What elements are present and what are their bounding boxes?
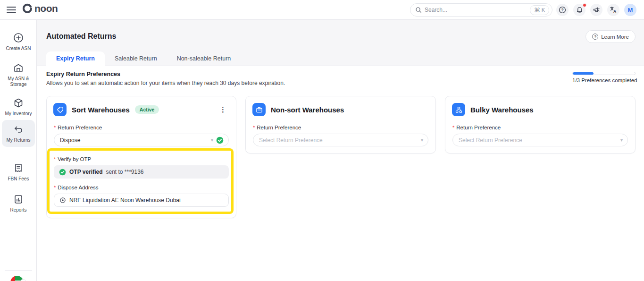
dispose-address-field[interactable]: NRF Liquidation AE Noon Warehouse Dubai bbox=[54, 194, 229, 207]
translate-icon: A bbox=[610, 6, 617, 14]
otp-status-text: OTP verified bbox=[69, 169, 102, 175]
top-bar: noon ⌘K ? bbox=[0, 0, 644, 20]
card-sort-warehouses: Sort Warehouses Active ⋮ * Return Prefer… bbox=[46, 96, 236, 218]
language-button[interactable]: A bbox=[607, 4, 619, 16]
avatar-initial: M bbox=[628, 7, 633, 14]
megaphone-icon bbox=[593, 6, 600, 14]
learn-more-label: Learn More bbox=[601, 34, 629, 40]
search-input[interactable] bbox=[425, 7, 530, 13]
user-avatar[interactable]: M bbox=[624, 4, 636, 16]
return-preference-select[interactable]: Select Return Preference ▾ bbox=[253, 134, 428, 146]
announcements-button[interactable] bbox=[590, 4, 602, 16]
select-value: Dispose bbox=[60, 137, 80, 144]
svg-text:A: A bbox=[613, 9, 616, 14]
tab-expiry-return[interactable]: Expiry Return bbox=[46, 51, 105, 66]
required-asterisk: * bbox=[54, 125, 56, 130]
otp-detail-text: sent to ***9136 bbox=[106, 169, 143, 175]
notifications-button[interactable] bbox=[573, 4, 585, 16]
location-icon bbox=[59, 197, 66, 204]
sidebar-item-label: My ASN & Storage bbox=[3, 76, 34, 87]
sidebar-item-fbn-fees[interactable]: FBN Fees bbox=[2, 159, 35, 186]
briefcase-icon bbox=[252, 103, 266, 116]
required-asterisk: * bbox=[54, 185, 56, 190]
noon-logo[interactable]: noon bbox=[22, 3, 58, 14]
card-title: Non-sort Warehouses bbox=[271, 106, 344, 114]
check-circle-icon bbox=[59, 169, 66, 176]
chevron-right-icon: › bbox=[20, 279, 26, 281]
section-title: Expiry Return Preferences bbox=[46, 71, 120, 77]
help-circle-icon: ? bbox=[592, 34, 598, 40]
card-header: Non-sort Warehouses bbox=[246, 96, 435, 121]
status-badge: Active bbox=[135, 105, 159, 114]
verify-otp-label: * Verify by OTP bbox=[54, 156, 229, 162]
select-placeholder: Select Return Preference bbox=[459, 137, 522, 144]
card-header: Sort Warehouses Active ⋮ bbox=[47, 96, 236, 121]
sidebar-item-create-asn[interactable]: Create ASN bbox=[2, 28, 35, 55]
automated-returns-page: noon ⌘K ? bbox=[0, 0, 644, 281]
sidebar-item-label: Reports bbox=[10, 207, 26, 213]
otp-verified-status: OTP verified sent to ***9136 bbox=[54, 165, 229, 179]
sidebar-item-my-inventory[interactable]: My Inventory bbox=[2, 94, 35, 120]
svg-text:?: ? bbox=[561, 8, 563, 12]
learn-more-button[interactable]: ? Learn More bbox=[585, 30, 636, 43]
cube-icon bbox=[13, 97, 24, 109]
sidebar-item-label: My Inventory bbox=[5, 111, 32, 117]
progress-fill bbox=[573, 72, 594, 75]
return-preference-label: * Return Preference bbox=[452, 125, 628, 130]
card-bulky-warehouses: Bulky Warehouses * Return Preference Sel… bbox=[445, 96, 636, 153]
page-title: Automated Returns bbox=[46, 32, 116, 41]
sidebar-item-label: My Returns bbox=[6, 137, 30, 143]
sidebar-item-my-asn-storage[interactable]: My ASN & Storage bbox=[2, 59, 35, 91]
tab-non-saleable-return[interactable]: Non-saleable Return bbox=[167, 51, 241, 66]
return-preference-select[interactable]: Select Return Preference ▾ bbox=[452, 134, 628, 146]
chevron-down-icon: ▾ bbox=[211, 137, 213, 143]
card-title: Bulky Warehouses bbox=[470, 106, 534, 114]
bell-icon bbox=[576, 7, 583, 14]
dispose-address-value: NRF Liquidation AE Noon Warehouse Dubai bbox=[69, 197, 181, 204]
return-arrow-icon bbox=[13, 124, 24, 135]
progress-label: 1/3 Preferences completed bbox=[572, 77, 636, 83]
notification-dot bbox=[583, 3, 586, 7]
tab-content: Expiry Return Preferences Allows you to … bbox=[37, 67, 644, 281]
dispose-address-label: * Dispose Address bbox=[54, 185, 229, 190]
sidebar-item-my-returns[interactable]: My Returns bbox=[2, 120, 35, 147]
select-placeholder: Select Return Preference bbox=[259, 137, 323, 144]
receipt-icon bbox=[13, 162, 24, 174]
progress-track bbox=[572, 72, 636, 75]
required-asterisk: * bbox=[253, 125, 255, 130]
tab-bar: Expiry Return Saleable Return Non-saleab… bbox=[46, 51, 241, 66]
required-asterisk: * bbox=[54, 156, 56, 162]
chevron-down-icon: ▾ bbox=[421, 137, 423, 143]
help-button[interactable]: ? bbox=[556, 4, 569, 16]
search-bar[interactable]: ⌘K bbox=[410, 3, 552, 17]
country-selector[interactable]: › bbox=[10, 276, 25, 281]
check-circle-icon bbox=[216, 136, 224, 144]
return-preference-label: * Return Preference bbox=[253, 125, 428, 130]
chevron-down-icon: ▾ bbox=[620, 137, 623, 143]
card-title: Sort Warehouses bbox=[72, 106, 130, 114]
tag-icon bbox=[53, 103, 67, 116]
sitemap-icon bbox=[452, 103, 465, 116]
section-description: Allows you to set an automatic action fo… bbox=[46, 80, 285, 86]
hamburger-menu-icon[interactable] bbox=[7, 5, 16, 15]
sidebar-item-label: Create ASN bbox=[6, 46, 31, 51]
tab-saleable-return[interactable]: Saleable Return bbox=[105, 51, 167, 66]
page-header: Automated Returns ? Learn More Expiry Re… bbox=[37, 20, 644, 66]
help-icon: ? bbox=[559, 6, 566, 14]
search-icon bbox=[415, 7, 422, 13]
return-preference-select[interactable]: Dispose ▾ bbox=[54, 134, 229, 146]
kebab-menu-button[interactable]: ⋮ bbox=[217, 104, 229, 115]
preferences-progress: 1/3 Preferences completed bbox=[572, 72, 636, 83]
required-asterisk: * bbox=[452, 125, 454, 130]
noon-logo-text: noon bbox=[34, 3, 58, 14]
noon-mark-icon bbox=[22, 3, 33, 14]
card-header: Bulky Warehouses bbox=[445, 96, 635, 121]
plus-circle-icon bbox=[13, 32, 24, 43]
card-nonsort-warehouses: Non-sort Warehouses * Return Preference … bbox=[245, 96, 436, 153]
sidebar-item-reports[interactable]: Reports bbox=[2, 190, 35, 217]
sidebar-divider bbox=[5, 270, 32, 271]
report-icon bbox=[13, 194, 24, 205]
warehouse-icon bbox=[13, 62, 24, 74]
sidebar-nav: Create ASN My ASN & Storage My Inventory… bbox=[0, 20, 37, 281]
search-shortcut-badge: ⌘K bbox=[530, 5, 549, 15]
